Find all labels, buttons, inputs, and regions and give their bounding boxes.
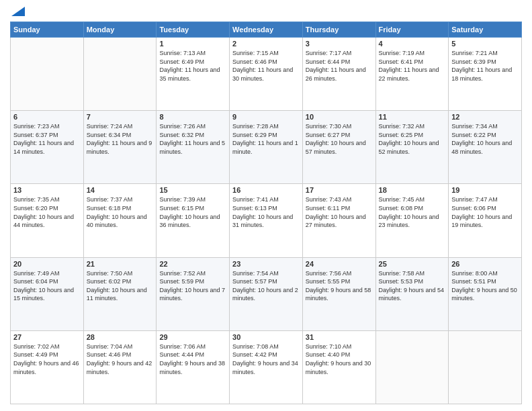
day-info: Sunrise: 7:50 AMSunset: 6:02 PMDaylight:… [87, 269, 154, 303]
table-row: 29Sunrise: 7:06 AMSunset: 4:44 PMDayligh… [157, 330, 230, 404]
day-number: 22 [159, 260, 226, 268]
table-row: 17Sunrise: 7:43 AMSunset: 6:11 PMDayligh… [302, 184, 375, 257]
calendar-week-row: 20Sunrise: 7:49 AMSunset: 6:04 PMDayligh… [11, 257, 522, 330]
day-number: 13 [13, 186, 81, 194]
table-row: 26Sunrise: 8:00 AMSunset: 5:51 PMDayligh… [449, 257, 522, 330]
day-number: 2 [232, 40, 300, 48]
table-row: 5Sunrise: 7:21 AMSunset: 6:39 PMDaylight… [449, 38, 522, 111]
col-friday: Friday [375, 22, 449, 38]
table-row: 20Sunrise: 7:49 AMSunset: 6:04 PMDayligh… [11, 257, 84, 330]
day-number: 7 [87, 113, 154, 121]
day-info: Sunrise: 7:45 AMSunset: 6:08 PMDaylight:… [379, 195, 446, 229]
day-info: Sunrise: 7:06 AMSunset: 4:44 PMDaylight:… [159, 342, 226, 376]
table-row: 7Sunrise: 7:24 AMSunset: 6:34 PMDaylight… [83, 111, 157, 184]
day-info: Sunrise: 7:34 AMSunset: 6:22 PMDaylight:… [451, 122, 519, 156]
table-row: 8Sunrise: 7:26 AMSunset: 6:32 PMDaylight… [157, 111, 230, 184]
table-row: 2Sunrise: 7:15 AMSunset: 6:46 PMDaylight… [230, 38, 303, 111]
day-info: Sunrise: 7:13 AMSunset: 6:49 PMDaylight:… [159, 49, 226, 83]
table-row: 18Sunrise: 7:45 AMSunset: 6:08 PMDayligh… [375, 184, 449, 257]
table-row: 6Sunrise: 7:23 AMSunset: 6:37 PMDaylight… [11, 111, 84, 184]
table-row: 9Sunrise: 7:28 AMSunset: 6:29 PMDaylight… [230, 111, 303, 184]
page: Sunday Monday Tuesday Wednesday Thursday… [0, 0, 532, 411]
logo-icon [11, 7, 25, 16]
day-info: Sunrise: 7:54 AMSunset: 5:57 PMDaylight:… [232, 269, 300, 303]
day-number: 3 [306, 40, 373, 48]
table-row [449, 330, 522, 404]
col-thursday: Thursday [302, 22, 375, 38]
day-info: Sunrise: 7:32 AMSunset: 6:25 PMDaylight:… [379, 122, 446, 156]
table-row [11, 38, 84, 111]
day-number: 8 [159, 113, 226, 121]
table-row: 1Sunrise: 7:13 AMSunset: 6:49 PMDaylight… [157, 38, 230, 111]
day-info: Sunrise: 7:02 AMSunset: 4:49 PMDaylight:… [13, 342, 81, 376]
day-number: 5 [451, 40, 519, 48]
table-row: 27Sunrise: 7:02 AMSunset: 4:49 PMDayligh… [11, 330, 84, 404]
day-info: Sunrise: 7:52 AMSunset: 5:59 PMDaylight:… [159, 269, 226, 303]
day-info: Sunrise: 7:30 AMSunset: 6:27 PMDaylight:… [306, 122, 373, 156]
calendar-header-row: Sunday Monday Tuesday Wednesday Thursday… [11, 22, 522, 38]
calendar-table: Sunday Monday Tuesday Wednesday Thursday… [10, 21, 522, 404]
day-number: 12 [451, 113, 519, 121]
day-info: Sunrise: 7:39 AMSunset: 6:15 PMDaylight:… [159, 195, 226, 229]
day-number: 21 [87, 260, 154, 268]
day-number: 27 [13, 333, 81, 341]
day-info: Sunrise: 7:58 AMSunset: 5:53 PMDaylight:… [379, 269, 446, 303]
table-row: 14Sunrise: 7:37 AMSunset: 6:18 PMDayligh… [83, 184, 157, 257]
day-info: Sunrise: 7:24 AMSunset: 6:34 PMDaylight:… [87, 122, 154, 156]
day-number: 23 [232, 260, 300, 268]
header [10, 7, 522, 16]
day-info: Sunrise: 7:08 AMSunset: 4:42 PMDaylight:… [232, 342, 300, 376]
day-info: Sunrise: 7:17 AMSunset: 6:44 PMDaylight:… [306, 49, 373, 83]
table-row: 3Sunrise: 7:17 AMSunset: 6:44 PMDaylight… [302, 38, 375, 111]
day-info: Sunrise: 7:19 AMSunset: 6:41 PMDaylight:… [379, 49, 446, 83]
calendar-week-row: 1Sunrise: 7:13 AMSunset: 6:49 PMDaylight… [11, 38, 522, 111]
col-monday: Monday [83, 22, 157, 38]
table-row: 15Sunrise: 7:39 AMSunset: 6:15 PMDayligh… [157, 184, 230, 257]
day-number: 17 [306, 186, 373, 194]
table-row: 25Sunrise: 7:58 AMSunset: 5:53 PMDayligh… [375, 257, 449, 330]
day-number: 28 [87, 333, 154, 341]
day-info: Sunrise: 7:10 AMSunset: 4:40 PMDaylight:… [306, 342, 373, 376]
day-number: 25 [379, 260, 446, 268]
table-row: 13Sunrise: 7:35 AMSunset: 6:20 PMDayligh… [11, 184, 84, 257]
day-number: 16 [232, 186, 300, 194]
day-number: 31 [306, 333, 373, 341]
table-row: 19Sunrise: 7:47 AMSunset: 6:06 PMDayligh… [449, 184, 522, 257]
day-number: 1 [159, 40, 226, 48]
day-number: 29 [159, 333, 226, 341]
col-saturday: Saturday [449, 22, 522, 38]
day-info: Sunrise: 7:28 AMSunset: 6:29 PMDaylight:… [232, 122, 300, 156]
table-row: 12Sunrise: 7:34 AMSunset: 6:22 PMDayligh… [449, 111, 522, 184]
day-number: 18 [379, 186, 446, 194]
col-sunday: Sunday [11, 22, 84, 38]
day-info: Sunrise: 7:15 AMSunset: 6:46 PMDaylight:… [232, 49, 300, 83]
table-row: 4Sunrise: 7:19 AMSunset: 6:41 PMDaylight… [375, 38, 449, 111]
table-row [83, 38, 157, 111]
day-info: Sunrise: 7:04 AMSunset: 4:46 PMDaylight:… [87, 342, 154, 376]
svg-marker-0 [11, 7, 25, 16]
table-row: 24Sunrise: 7:56 AMSunset: 5:55 PMDayligh… [302, 257, 375, 330]
day-number: 9 [232, 113, 300, 121]
day-info: Sunrise: 7:37 AMSunset: 6:18 PMDaylight:… [87, 195, 154, 229]
table-row: 10Sunrise: 7:30 AMSunset: 6:27 PMDayligh… [302, 111, 375, 184]
day-info: Sunrise: 7:47 AMSunset: 6:06 PMDaylight:… [451, 195, 519, 229]
day-number: 19 [451, 186, 519, 194]
col-wednesday: Wednesday [230, 22, 303, 38]
day-number: 10 [306, 113, 373, 121]
day-number: 30 [232, 333, 300, 341]
day-info: Sunrise: 7:43 AMSunset: 6:11 PMDaylight:… [306, 195, 373, 229]
day-info: Sunrise: 7:41 AMSunset: 6:13 PMDaylight:… [232, 195, 300, 229]
calendar-week-row: 13Sunrise: 7:35 AMSunset: 6:20 PMDayligh… [11, 184, 522, 257]
table-row: 16Sunrise: 7:41 AMSunset: 6:13 PMDayligh… [230, 184, 303, 257]
table-row [375, 330, 449, 404]
day-number: 24 [306, 260, 373, 268]
col-tuesday: Tuesday [157, 22, 230, 38]
day-info: Sunrise: 7:23 AMSunset: 6:37 PMDaylight:… [13, 122, 81, 156]
day-info: Sunrise: 7:49 AMSunset: 6:04 PMDaylight:… [13, 269, 81, 303]
table-row: 30Sunrise: 7:08 AMSunset: 4:42 PMDayligh… [230, 330, 303, 404]
day-info: Sunrise: 7:56 AMSunset: 5:55 PMDaylight:… [306, 269, 373, 303]
day-info: Sunrise: 7:35 AMSunset: 6:20 PMDaylight:… [13, 195, 81, 229]
table-row: 31Sunrise: 7:10 AMSunset: 4:40 PMDayligh… [302, 330, 375, 404]
calendar-week-row: 6Sunrise: 7:23 AMSunset: 6:37 PMDaylight… [11, 111, 522, 184]
day-number: 20 [13, 260, 81, 268]
